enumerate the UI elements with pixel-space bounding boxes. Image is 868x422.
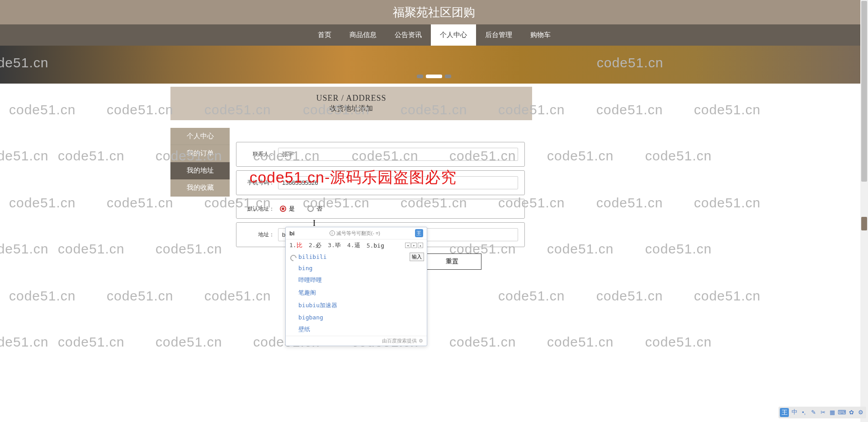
page-title-en: USER / ADDRESS — [170, 94, 532, 103]
site-title: 福聚苑社区团购 — [393, 5, 475, 20]
ime-toolbar[interactable]: 王中•,✎✂▦⌨✿⚙ — [778, 407, 866, 418]
toolbar-icon[interactable]: ✿ — [847, 408, 855, 416]
watermark: code51.cn — [645, 148, 712, 164]
radio-circle-icon — [307, 206, 314, 212]
radio-yes[interactable]: 是 — [280, 205, 295, 213]
watermark: code51.cn — [694, 102, 760, 117]
contact-input[interactable] — [278, 148, 518, 161]
page-header: USER / ADDRESS 收货地址添加 — [170, 87, 532, 120]
carousel-dot[interactable] — [445, 75, 451, 78]
ime-suggestion[interactable]: 壁纸 — [286, 323, 427, 336]
address-label: 地址： — [243, 231, 278, 239]
reset-button[interactable]: 重置 — [423, 253, 481, 270]
contact-row: 联系人： — [236, 142, 525, 167]
toolbar-icon[interactable]: ✂ — [819, 408, 827, 416]
nav-item[interactable]: 购物车 — [521, 24, 560, 46]
ime-suggestion[interactable]: biubiu加速器 — [286, 299, 427, 312]
radio-circle-icon — [280, 206, 286, 212]
ime-suggestion[interactable]: bing — [286, 263, 427, 274]
watermark: code51.cn — [547, 241, 613, 257]
watermark: code51.cn — [645, 241, 712, 257]
ime-candidate[interactable]: 5.big — [367, 242, 384, 249]
toolbar-icon[interactable]: 中 — [790, 408, 798, 416]
default-addr-row: 默认地址： 是 否 — [236, 199, 525, 219]
watermark: code51.cn — [107, 288, 173, 304]
sidebar-item[interactable]: 我的订单 — [170, 145, 230, 162]
header: 福聚苑社区团购 — [0, 0, 868, 24]
toolbar-icon[interactable]: ⚙ — [857, 408, 865, 416]
watermark: code51.cn — [0, 241, 48, 257]
carousel-dots[interactable] — [417, 75, 451, 78]
watermark-overlay: code51.cn-源码乐园盗图必究 — [250, 167, 457, 188]
watermark: code51.cn — [204, 288, 271, 304]
ime-badge-icon[interactable]: 王 — [415, 229, 423, 237]
toolbar-icon[interactable]: ✎ — [809, 408, 817, 416]
ime-typed-text: bi — [289, 230, 295, 237]
scrollbar-thumb[interactable] — [861, 217, 867, 230]
watermark: code51.cn — [694, 195, 760, 211]
toolbar-icon[interactable]: ⌨ — [838, 408, 846, 416]
ime-candidates[interactable]: 1.比2.必3.毕4.逼5.big◂▸▴ — [286, 239, 427, 251]
watermark: code51.cn — [596, 288, 663, 304]
watermark: code51.cn — [107, 102, 173, 117]
ime-panel[interactable]: bi i 减号等号可翻页(- =) 王 1.比2.必3.毕4.逼5.big◂▸▴… — [285, 227, 427, 346]
ime-hint-text: 减号等号可翻页(- =) — [336, 230, 380, 237]
watermark: code51.cn — [498, 288, 565, 304]
sidebar: 个人中心我的订单我的地址我的收藏 — [170, 128, 230, 270]
sidebar-item[interactable]: 个人中心 — [170, 128, 230, 145]
info-icon: i — [330, 230, 335, 236]
sidebar-item[interactable]: 我的收藏 — [170, 179, 230, 197]
toolbar-icon[interactable]: •, — [800, 408, 808, 416]
watermark: code51.cn — [58, 148, 124, 164]
watermark: code51.cn — [9, 288, 75, 304]
watermark: code51.cn — [58, 334, 124, 350]
nav-item[interactable]: 商品信息 — [340, 24, 386, 46]
ime-candidate[interactable]: 4.逼 — [347, 241, 360, 249]
radio-no-label: 否 — [316, 205, 322, 213]
toolbar-icon[interactable]: 王 — [780, 408, 789, 417]
ime-candidate[interactable]: 2.必 — [309, 241, 322, 249]
ime-candidate[interactable]: 1.比 — [289, 241, 302, 249]
watermark: code51.cn — [547, 148, 613, 164]
ime-suggestion[interactable]: bilibili — [286, 251, 427, 263]
chevron-up-icon[interactable]: ▴ — [418, 243, 423, 248]
watermark: code51.cn — [0, 334, 48, 350]
page-title-cn: 收货地址添加 — [170, 104, 532, 113]
carousel-dot-active[interactable] — [426, 75, 442, 78]
watermark: code51.cn — [107, 195, 173, 211]
ime-candidate[interactable]: 3.毕 — [328, 241, 341, 249]
banner-carousel[interactable] — [0, 46, 868, 84]
ime-footer: 由百度搜索提供 ⚙ — [286, 336, 427, 346]
carousel-dot[interactable] — [417, 75, 423, 78]
watermark: code51.cn — [156, 334, 222, 350]
chevron-right-icon[interactable]: ▸ — [411, 243, 417, 248]
watermark: code51.cn — [596, 195, 663, 211]
watermark: code51.cn — [645, 334, 712, 350]
watermark: code51.cn — [0, 148, 48, 164]
watermark: code51.cn — [449, 334, 516, 350]
radio-no[interactable]: 否 — [307, 205, 322, 213]
main-nav: 首页商品信息公告资讯个人中心后台管理购物车 — [0, 24, 868, 46]
ime-suggestion[interactable]: 笔趣阁 — [286, 286, 427, 299]
gear-icon[interactable]: ⚙ — [419, 338, 423, 344]
ime-suggestion[interactable]: bigbang — [286, 312, 427, 323]
watermark: code51.cn — [58, 241, 124, 257]
watermark: code51.cn — [9, 195, 75, 211]
sidebar-item[interactable]: 我的地址 — [170, 162, 230, 179]
radio-yes-label: 是 — [289, 205, 295, 213]
watermark: code51.cn — [596, 102, 663, 117]
chevron-left-icon[interactable]: ◂ — [405, 243, 410, 248]
ime-pager[interactable]: ◂▸▴ — [405, 243, 423, 248]
ime-hint: i 减号等号可翻页(- =) — [330, 230, 380, 237]
toolbar-icon[interactable]: ▦ — [828, 408, 836, 416]
ime-suggestion[interactable]: 哔哩哔哩 — [286, 274, 427, 286]
nav-item[interactable]: 个人中心 — [431, 24, 476, 46]
default-addr-label: 默认地址： — [243, 205, 278, 213]
nav-item[interactable]: 公告资讯 — [386, 24, 431, 46]
contact-label: 联系人： — [243, 150, 278, 158]
nav-item[interactable]: 首页 — [309, 24, 340, 46]
nav-item[interactable]: 后台管理 — [476, 24, 521, 46]
ime-suggestions: bilibilibing哔哩哔哩笔趣阁biubiu加速器bigbang壁纸 — [286, 251, 427, 336]
scrollbar-thumb[interactable] — [861, 1, 867, 182]
vertical-scrollbar[interactable] — [860, 0, 868, 422]
